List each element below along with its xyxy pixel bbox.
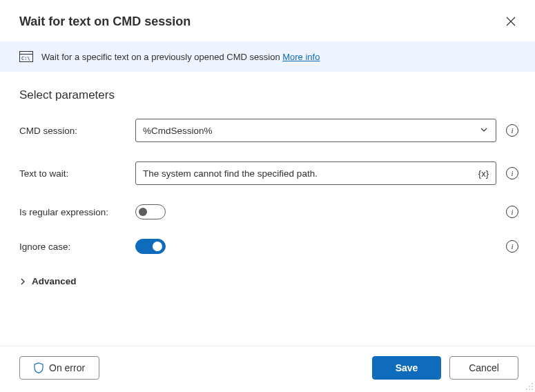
- variable-icon[interactable]: {x}: [478, 168, 489, 179]
- info-banner: C:\ Wait for a specific text on a previo…: [0, 41, 535, 72]
- svg-rect-1: [20, 52, 33, 55]
- label-ignore-case: Ignore case:: [19, 242, 135, 252]
- svg-text:C:\: C:\: [21, 56, 30, 61]
- label-is-regex: Is regular expression:: [19, 207, 135, 217]
- advanced-toggle[interactable]: Advanced: [19, 273, 518, 289]
- banner-description: Wait for a specific text on a previously…: [41, 52, 282, 62]
- toggle-is-regex[interactable]: [135, 204, 166, 219]
- row-ignore-case: Ignore case: i: [19, 239, 518, 254]
- shield-icon: [34, 362, 43, 373]
- chevron-right-icon: [19, 278, 26, 285]
- content: Select parameters CMD session: %CmdSessi…: [0, 72, 535, 346]
- info-icon-cmd-session[interactable]: i: [506, 124, 518, 137]
- save-label: Save: [396, 362, 418, 373]
- chevron-down-icon: [479, 125, 489, 137]
- info-icon-text-to-wait[interactable]: i: [506, 167, 518, 179]
- close-button[interactable]: [503, 14, 518, 29]
- text-to-wait-input[interactable]: The system cannot find the specified pat…: [135, 161, 496, 185]
- section-title: Select parameters: [19, 88, 518, 102]
- info-icon-ignore-case[interactable]: i: [506, 240, 518, 253]
- cancel-button[interactable]: Cancel: [449, 356, 518, 380]
- on-error-button[interactable]: On error: [19, 356, 99, 380]
- info-icon-is-regex[interactable]: i: [506, 206, 518, 218]
- save-button[interactable]: Save: [372, 356, 441, 380]
- dialog-title: Wait for text on CMD session: [19, 14, 191, 29]
- row-text-to-wait: Text to wait: The system cannot find the…: [19, 161, 518, 185]
- toggle-knob: [139, 208, 147, 216]
- toggle-knob: [153, 242, 162, 251]
- label-cmd-session: CMD session:: [19, 126, 135, 136]
- row-is-regex: Is regular expression: i: [19, 204, 518, 219]
- text-to-wait-value: The system cannot find the specified pat…: [143, 168, 318, 179]
- dialog-footer: On error Save Cancel: [0, 346, 535, 392]
- on-error-label: On error: [49, 362, 85, 373]
- close-icon: [506, 17, 516, 26]
- cmd-session-select[interactable]: %CmdSession%: [135, 119, 496, 142]
- more-info-link[interactable]: More info: [282, 52, 320, 62]
- row-cmd-session: CMD session: %CmdSession% i: [19, 119, 518, 142]
- banner-text: Wait for a specific text on a previously…: [41, 52, 320, 62]
- cancel-label: Cancel: [469, 362, 499, 373]
- advanced-label: Advanced: [32, 276, 77, 286]
- cmd-icon: C:\: [19, 51, 33, 62]
- label-text-to-wait: Text to wait:: [19, 168, 135, 179]
- dialog-header: Wait for text on CMD session: [0, 0, 535, 41]
- toggle-ignore-case[interactable]: [135, 239, 166, 254]
- footer-actions: Save Cancel: [372, 356, 518, 380]
- cmd-session-value: %CmdSession%: [143, 126, 213, 136]
- dialog: Wait for text on CMD session C:\ Wait fo…: [0, 0, 535, 392]
